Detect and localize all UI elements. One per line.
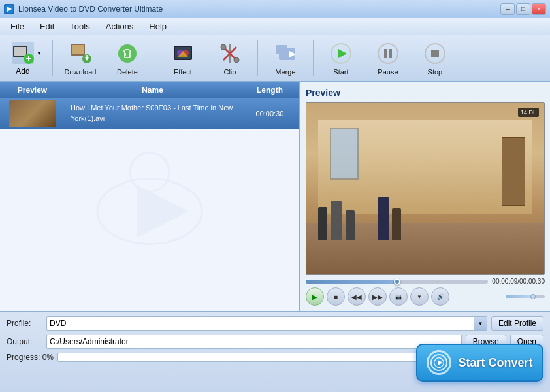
maximize-button[interactable]: □ <box>516 3 530 15</box>
convert-text: Start Convert <box>458 356 532 370</box>
stop-icon <box>422 41 448 67</box>
playback-controls: ▶ ■ ◀◀ ▶▶ 📷 ▼ 🔊 <box>306 287 545 306</box>
bottom-area: Profile: DVD ▼ Edit Profile Output: C:/U… <box>0 311 550 392</box>
toolbar-sep-2 <box>155 40 155 76</box>
file-list: Preview Name Length How I Met Y <box>0 82 300 311</box>
svg-rect-4 <box>14 47 26 56</box>
play-button[interactable]: ▶ <box>306 287 324 306</box>
minimize-button[interactable]: – <box>500 3 515 15</box>
svg-marker-31 <box>338 49 347 58</box>
table-row[interactable]: How I Met Your Mother S09E03 - Last Time… <box>0 98 299 129</box>
file-thumbnail <box>0 100 65 127</box>
add-button[interactable]: Add ▼ <box>5 37 47 79</box>
convert-icon <box>427 350 451 375</box>
filelist-body: How I Met Your Mother S09E03 - Last Time… <box>0 98 299 311</box>
start-button[interactable]: Start <box>319 37 363 79</box>
preview-panel: Preview <box>300 82 550 311</box>
svg-rect-36 <box>431 50 439 57</box>
video-frame: 14 DL <box>306 102 545 275</box>
profile-row: Profile: DVD ▼ Edit Profile <box>7 316 543 331</box>
start-convert-button[interactable]: Start Convert <box>416 344 543 382</box>
effect-label: Effect <box>174 68 192 76</box>
volume-slider[interactable] <box>506 295 545 298</box>
stop-label: Stop <box>428 68 443 76</box>
menubar: File Edit Tools Actions Help <box>0 18 550 35</box>
merge-button[interactable]: Merge <box>263 37 308 79</box>
svg-point-37 <box>97 179 202 244</box>
stop-button[interactable]: Stop <box>413 37 457 79</box>
menu-actions[interactable]: Actions <box>98 20 142 33</box>
profile-value: DVD <box>50 319 66 328</box>
profile-dropdown-arrow[interactable]: ▼ <box>474 317 487 330</box>
menu-edit[interactable]: Edit <box>32 20 62 33</box>
svg-rect-33 <box>384 49 387 58</box>
download-icon <box>67 41 93 67</box>
clip-icon <box>217 41 243 67</box>
svg-point-25 <box>221 44 226 50</box>
time-display: 00:00:09/00:00:30 <box>492 278 545 285</box>
profile-label: Profile: <box>7 319 42 328</box>
svg-point-32 <box>378 44 398 63</box>
merge-label: Merge <box>275 68 295 76</box>
start-label: Start <box>333 68 348 76</box>
toolbar-sep-1 <box>52 40 53 76</box>
output-path[interactable]: C:/Users/Administrator <box>46 335 462 349</box>
clip-label: Clip <box>223 68 236 76</box>
fastforward-button[interactable]: ▶▶ <box>368 287 387 306</box>
start-icon <box>328 41 354 67</box>
watermark <box>84 133 215 276</box>
screenshot-button[interactable]: 📷 <box>389 287 408 306</box>
svg-point-13 <box>118 44 137 63</box>
pause-icon <box>375 41 401 67</box>
header-preview: Preview <box>0 82 65 98</box>
delete-button[interactable]: Delete <box>105 37 150 79</box>
effect-button[interactable]: Effect <box>161 37 205 79</box>
svg-point-39 <box>130 153 169 192</box>
add-label: Add <box>16 67 29 76</box>
file-length: 00:00:30 <box>240 110 299 118</box>
channel-badge: 14 DL <box>518 108 539 117</box>
filelist-header: Preview Name Length <box>0 82 299 98</box>
download-button[interactable]: Download <box>58 37 103 79</box>
output-label: Output: <box>7 337 42 346</box>
svg-rect-34 <box>389 49 392 58</box>
window-controls: – □ × <box>500 3 546 15</box>
clip-button[interactable]: Clip <box>208 37 252 79</box>
stop-playback-button[interactable]: ■ <box>327 287 345 306</box>
titlebar: Lionsea Video to DVD Converter Ultimate … <box>0 0 550 18</box>
volume-button[interactable]: 🔊 <box>431 287 449 306</box>
close-button[interactable]: × <box>532 3 546 15</box>
menu-tools[interactable]: Tools <box>62 20 97 33</box>
video-controls: 00:00:09/00:00:30 ▶ ■ ◀◀ ▶▶ 📷 ▼ 🔊 <box>306 278 545 306</box>
app-title: Lionsea Video to DVD Converter Ultimate <box>18 5 500 14</box>
preview-title: Preview <box>306 88 545 98</box>
svg-rect-9 <box>72 45 84 54</box>
download-label: Download <box>64 68 96 76</box>
toolbar-sep-4 <box>313 40 314 76</box>
delete-label: Delete <box>117 68 138 76</box>
effect-icon <box>170 41 196 67</box>
pause-label: Pause <box>378 68 398 76</box>
toolbar: Add ▼ Download Delete <box>0 35 550 82</box>
toolbar-sep-3 <box>257 40 258 76</box>
profile-select[interactable]: DVD ▼ <box>46 316 487 331</box>
settings-playback-button[interactable]: ▼ <box>410 287 429 306</box>
header-length: Length <box>240 82 299 98</box>
svg-marker-38 <box>137 186 189 238</box>
menu-file[interactable]: File <box>3 20 32 33</box>
app-icon <box>4 4 14 14</box>
pause-button[interactable]: Pause <box>366 37 410 79</box>
rewind-button[interactable]: ◀◀ <box>348 287 366 306</box>
progress-label: Progress: 0% <box>7 353 54 362</box>
seekbar[interactable] <box>306 280 488 284</box>
merge-icon <box>272 41 299 67</box>
edit-profile-button[interactable]: Edit Profile <box>491 316 543 331</box>
menu-help[interactable]: Help <box>141 20 174 33</box>
file-name: How I Met Your Mother S09E03 - Last Time… <box>65 101 240 126</box>
delete-icon <box>114 41 140 67</box>
svg-marker-41 <box>438 360 443 365</box>
header-name: Name <box>65 82 240 98</box>
svg-point-26 <box>234 57 239 63</box>
main-area: Preview Name Length How I Met Y <box>0 82 550 311</box>
